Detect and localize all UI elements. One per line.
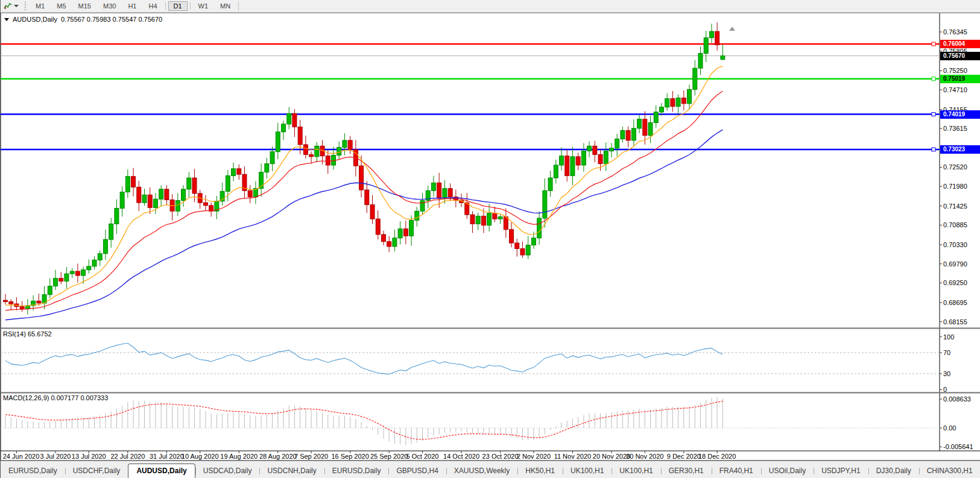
candle-body xyxy=(554,165,558,178)
timeframe-button-d1[interactable]: D1 xyxy=(168,1,188,11)
price-tick-label: 0.72520 xyxy=(943,163,967,171)
chart-tab-hk50-h1[interactable]: HK50,H1 xyxy=(517,464,563,478)
candle-body xyxy=(365,190,369,205)
candle-body xyxy=(537,218,542,238)
hline-handle[interactable] xyxy=(932,113,935,116)
candle-body xyxy=(98,254,102,260)
chevron-down-icon[interactable] xyxy=(14,5,19,7)
date-label: 3 Jul 2020 xyxy=(40,453,71,460)
chart-tab-usdcnh-daily[interactable]: USDCNH,Daily xyxy=(259,464,324,478)
candle-body xyxy=(182,189,186,201)
chart-tab-fra40-h1[interactable]: FRA40,H1 xyxy=(712,464,761,478)
candle-body xyxy=(437,183,441,198)
date-label: 13 Jul 2020 xyxy=(72,453,106,460)
candle-body xyxy=(226,176,230,192)
chart-tab-gbpusd-h4[interactable]: GBPUSD,H4 xyxy=(388,464,446,478)
terminal-window: M1M5M15M30H1H4D1W1MN 0.763450.758050.752… xyxy=(0,0,980,478)
price-tick-label: 0.71980 xyxy=(943,183,967,190)
timeframe-button-h1[interactable]: H1 xyxy=(122,1,142,11)
timeframe-button-w1[interactable]: W1 xyxy=(193,1,214,11)
date-label: 14 Oct 2020 xyxy=(443,453,479,460)
date-label: 7 Sep 2020 xyxy=(294,453,328,460)
price-tick-label: 0.68155 xyxy=(943,318,967,325)
date-label: 11 Nov 2020 xyxy=(554,453,592,460)
chart-tab-usdchf-daily[interactable]: USDCHF,Daily xyxy=(65,464,128,478)
candle-body xyxy=(510,230,514,243)
timeframe-button-mn[interactable]: MN xyxy=(215,1,236,11)
timeframe-button-m15[interactable]: M15 xyxy=(73,1,96,11)
chart-tab-china300-h1[interactable]: CHINA300,H1 xyxy=(919,464,980,478)
chart-tab-usoil-daily[interactable]: USOil,Daily xyxy=(761,464,814,478)
candle-body xyxy=(688,89,692,103)
date-label: 20 Nov 2020 xyxy=(593,453,630,460)
chart-canvas[interactable]: 0.763450.758050.752500.747100.741550.736… xyxy=(1,13,980,461)
candle-body xyxy=(493,213,497,219)
hline-handle[interactable] xyxy=(932,42,935,46)
candle-body xyxy=(303,145,308,154)
candle-body xyxy=(292,113,297,127)
price-flag[interactable]: 0.74019 xyxy=(940,110,980,119)
candle-body xyxy=(131,177,136,187)
price-flag[interactable]: 0.73023 xyxy=(940,145,980,154)
candle-body xyxy=(120,192,124,209)
timeframe-button-m5[interactable]: M5 xyxy=(51,1,71,11)
chart-tab-usdcad-daily[interactable]: USDCAD,Daily xyxy=(195,464,260,478)
candle-body xyxy=(615,139,619,148)
timeframe-button-m30[interactable]: M30 xyxy=(98,1,121,11)
chart-tabs-bar: EURUSD,DailyUSDCHF,DailyAUDUSD,DailyUSDC… xyxy=(1,461,980,478)
timeframe-button-m1[interactable]: M1 xyxy=(30,1,50,11)
chart-shift-marker-icon[interactable] xyxy=(729,27,735,31)
candle-body xyxy=(326,156,330,165)
candle-body xyxy=(65,274,69,281)
toolbar-grip[interactable] xyxy=(25,2,26,10)
chart-tab-dj30-daily[interactable]: DJ30,Daily xyxy=(868,464,919,478)
candle-body xyxy=(681,98,686,103)
chart-tab-uk100-h1[interactable]: UK100,H1 xyxy=(612,464,660,478)
candle-body xyxy=(203,203,207,206)
chart-tab-eurusd-daily[interactable]: EURUSD,Daily xyxy=(324,464,389,478)
candle-body xyxy=(576,157,580,165)
indicator-chart-icon[interactable] xyxy=(2,1,14,11)
candle-body xyxy=(676,98,680,106)
candle-body xyxy=(343,140,347,148)
rsi-tick-label: 100 xyxy=(943,333,954,341)
price-flag[interactable]: 0.75670 xyxy=(940,52,980,60)
chart-tab-xauusd-weekly[interactable]: XAUUSD,Weekly xyxy=(446,464,517,478)
price-flag[interactable]: 0.76004 xyxy=(940,40,980,48)
date-label: 25 Sep 2020 xyxy=(370,453,408,460)
candle-body xyxy=(659,107,663,112)
candle-body xyxy=(376,219,380,234)
candle-body xyxy=(20,307,24,309)
price-flag[interactable]: 0.75019 xyxy=(940,75,980,83)
candle-body xyxy=(309,154,314,157)
candle-body xyxy=(648,123,653,136)
candle-body xyxy=(370,205,375,219)
hline-handle[interactable] xyxy=(932,148,935,151)
candle-body xyxy=(643,119,647,136)
candle-body xyxy=(70,271,74,274)
candle-body xyxy=(92,260,96,266)
chart-tab-uk100-h1[interactable]: UK100,H1 xyxy=(563,464,612,478)
candle-body xyxy=(431,183,435,190)
macd-tick-label: 0.008633 xyxy=(943,395,971,403)
candle-body xyxy=(604,151,608,163)
date-label: 31 Jul 2020 xyxy=(150,453,184,460)
chart-tab-audusd-daily[interactable]: AUDUSD,Daily xyxy=(128,464,195,478)
hline-handle[interactable] xyxy=(932,77,935,81)
chart-tab-eurusd-daily[interactable]: EURUSD,Daily xyxy=(1,464,65,478)
candle-body xyxy=(409,221,414,236)
chart-tab-ger30-h1[interactable]: GER30,H1 xyxy=(661,464,712,478)
ma-fast-line xyxy=(5,66,722,306)
rsi-tick-label: 30 xyxy=(943,370,950,377)
candle-body xyxy=(192,178,197,193)
candle-body xyxy=(142,195,147,203)
rsi-line xyxy=(5,343,722,374)
timeframe-button-h4[interactable]: H4 xyxy=(143,1,162,11)
candle-body xyxy=(287,113,291,124)
collapse-triangle-icon[interactable] xyxy=(4,18,9,21)
candle-body xyxy=(153,199,157,207)
rsi-label: RSI(14) 65.6752 xyxy=(3,330,52,338)
candle-body xyxy=(476,216,480,224)
candle-body xyxy=(593,146,597,154)
chart-tab-usdjpy-h1[interactable]: USDJPY,H1 xyxy=(814,464,868,478)
